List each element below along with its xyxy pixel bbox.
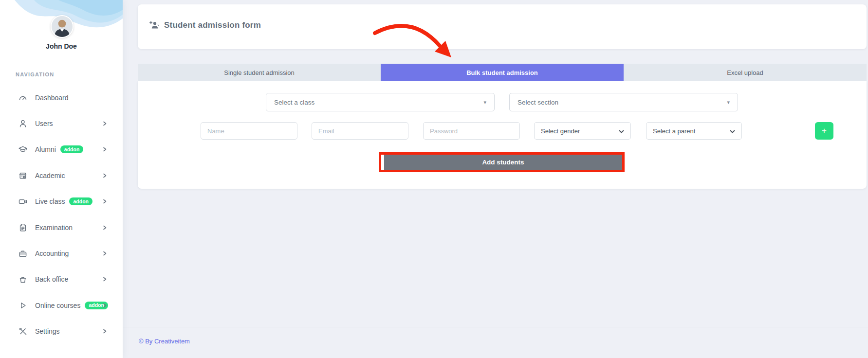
gender-select[interactable]: Select gender <box>534 122 631 140</box>
chevron-right-icon <box>101 198 108 205</box>
password-input[interactable] <box>423 122 520 140</box>
sidebar-item-label: Users <box>35 120 53 127</box>
chevron-right-icon <box>101 250 108 257</box>
sidebar-item-label: Online courses <box>35 302 80 309</box>
add-row-button[interactable]: + <box>815 122 833 140</box>
chevron-right-icon <box>101 172 108 179</box>
sidebar-item-label: Back office <box>35 275 68 283</box>
parent-select[interactable]: Select a parent <box>646 122 742 140</box>
footer-copyright-prefix: © By <box>139 338 154 345</box>
annotation-highlight-box: Add students <box>379 152 625 172</box>
tab-single-student-admission[interactable]: Single student admission <box>138 64 381 81</box>
video-camera-icon <box>18 197 28 206</box>
chevron-right-icon <box>101 276 108 283</box>
chevron-right-icon <box>101 328 108 335</box>
page-title: Student admission form <box>164 20 261 30</box>
user-icon <box>18 119 28 128</box>
chevron-right-icon <box>101 302 108 309</box>
chevron-right-icon <box>101 146 108 153</box>
add-students-button[interactable]: Add students <box>384 155 622 170</box>
speedometer-icon <box>18 93 28 103</box>
sidebar-item-settings[interactable]: Settings <box>0 319 123 344</box>
section-select[interactable]: Select section ▾ <box>509 93 738 111</box>
dropdown-arrow-icon: ▾ <box>727 99 730 106</box>
gender-select-value: Select gender <box>541 127 580 135</box>
footer-copyright: © By Creativeitem <box>139 338 190 345</box>
avatar <box>51 15 74 38</box>
sidebar-item-label: Academic <box>35 172 65 179</box>
sidebar-item-label: Accounting <box>35 250 69 257</box>
sidebar-item-label: Alumni <box>35 145 56 153</box>
user-name: John Doe <box>0 42 123 50</box>
name-input[interactable] <box>201 122 297 140</box>
sidebar-item-label: Live class <box>35 197 65 205</box>
sidebar-item-examination[interactable]: Examination <box>0 215 123 240</box>
page-header-card: Student admission form <box>138 4 867 49</box>
sidebar-item-label: Settings <box>35 327 60 335</box>
dropdown-arrow-icon: ▾ <box>483 99 486 106</box>
clipboard-icon <box>18 223 28 233</box>
sidebar-item-users[interactable]: Users <box>0 110 123 136</box>
section-select-value: Select section <box>517 99 558 106</box>
nav-list: Dashboard Users Alumni addon <box>0 85 123 344</box>
school-building-icon <box>18 171 28 180</box>
sidebar-item-label: Examination <box>35 224 73 232</box>
addon-badge: addon <box>60 145 84 153</box>
sidebar-item-accounting[interactable]: Accounting <box>0 240 123 266</box>
basket-icon <box>18 274 28 284</box>
footer-divider <box>123 327 868 327</box>
tab-bulk-student-admission[interactable]: Bulk student admission <box>381 64 624 81</box>
bulk-admission-form-card: Select a class ▾ Select section ▾ Select… <box>138 81 867 189</box>
graduation-cap-icon <box>18 144 28 154</box>
nav-caption: NAVIGATION <box>16 72 54 77</box>
sidebar-item-live-class[interactable]: Live class addon <box>0 189 123 215</box>
admission-tabs: Single student admission Bulk student ad… <box>138 64 867 81</box>
tools-icon <box>18 326 28 336</box>
person-add-icon <box>148 20 160 30</box>
email-input[interactable] <box>312 122 408 140</box>
class-select[interactable]: Select a class ▾ <box>266 93 495 111</box>
chevron-down-icon <box>730 128 735 134</box>
chevron-right-icon <box>101 120 108 127</box>
parent-select-value: Select a parent <box>653 127 695 135</box>
sidebar-item-academic[interactable]: Academic <box>0 162 123 188</box>
class-select-value: Select a class <box>274 99 314 106</box>
chevron-right-icon <box>101 224 108 231</box>
sidebar-item-label: Dashboard <box>35 94 69 102</box>
addon-badge: addon <box>69 197 92 205</box>
sidebar: John Doe NAVIGATION Dashboard Users Alum… <box>0 0 123 358</box>
sidebar-item-dashboard[interactable]: Dashboard <box>0 85 123 110</box>
creativeitem-link[interactable]: Creativeitem <box>154 338 190 345</box>
sidebar-item-alumni[interactable]: Alumni addon <box>0 137 123 162</box>
sidebar-item-back-office[interactable]: Back office <box>0 267 123 292</box>
chevron-down-icon <box>619 128 624 134</box>
sidebar-item-online-courses[interactable]: Online courses addon <box>0 292 123 318</box>
tab-excel-upload[interactable]: Excel upload <box>624 64 867 81</box>
briefcase-icon <box>18 249 28 258</box>
play-icon <box>18 301 28 310</box>
